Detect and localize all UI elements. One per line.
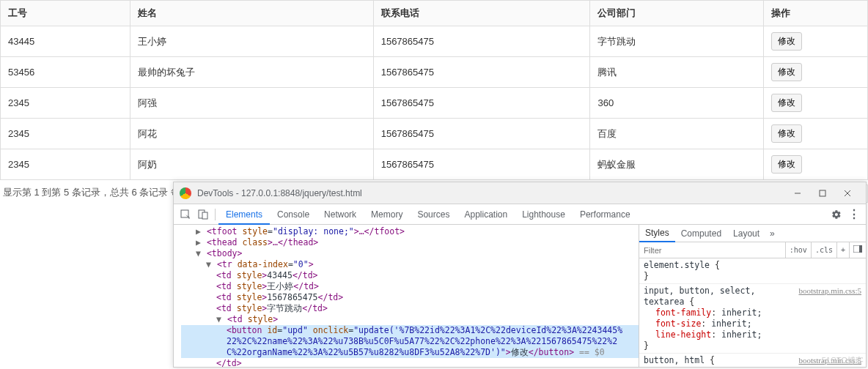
minimize-button[interactable] [785,188,810,198]
cell-id: 53456 [1,57,130,88]
cell-op: 修改 [764,119,868,149]
cell-op: 修改 [764,149,868,180]
cell-org: 百度 [590,119,764,149]
devtools-titlebar[interactable]: DevTools - 127.0.0.1:8848/jquery/test.ht… [174,182,866,204]
col-op[interactable]: 操作 [764,1,868,26]
svg-rect-1 [820,190,825,196]
cell-org: 字节跳动 [590,26,764,57]
edit-button[interactable]: 修改 [771,155,802,174]
col-id[interactable]: 工号 [1,1,130,26]
cell-op: 修改 [764,88,868,119]
tab-lighthouse[interactable]: Lighthouse [515,204,573,206]
tab-memory[interactable]: Memory [364,204,410,206]
cell-name: 王小婷 [130,26,373,57]
cell-name: 阿花 [130,119,373,149]
tab-elements[interactable]: Elements [218,204,270,206]
edit-button[interactable]: 修改 [771,32,802,51]
tab-performance[interactable]: Performance [573,204,638,206]
edit-button[interactable]: 修改 [771,94,802,112]
cell-phone: 1567865475 [373,57,590,88]
table-row: 53456最帅的坏兔子1567865475腾讯修改 [1,57,868,88]
cell-phone: 1567865475 [373,119,590,149]
table-row: 2345阿花1567865475百度修改 [1,119,868,149]
table-body: 43445王小婷1567865475字节跳动修改53456最帅的坏兔子15678… [1,26,868,180]
edit-button[interactable]: 修改 [771,124,802,143]
cell-phone: 1567865475 [373,26,590,57]
employee-table: 工号 姓名 联系电话 公司部门 操作 43445王小婷1567865475字节跳… [0,0,868,180]
devtools-tabbar: Elements Console Network Memory Sources … [174,204,866,205]
tab-network[interactable]: Network [317,204,364,206]
col-org[interactable]: 公司部门 [590,1,764,26]
chrome-icon [180,187,191,199]
cell-name: 阿强 [130,88,373,119]
cell-phone: 1567865475 [373,149,590,180]
tab-console[interactable]: Console [270,204,317,206]
table-header: 工号 姓名 联系电话 公司部门 操作 [1,1,868,26]
cell-name: 最帅的坏兔子 [130,57,373,88]
cell-org: 腾讯 [590,57,764,88]
cell-id: 43445 [1,26,130,57]
tab-sources[interactable]: Sources [410,204,457,206]
tab-application[interactable]: Application [457,204,515,206]
table-row: 43445王小婷1567865475字节跳动修改 [1,26,868,57]
cell-phone: 1567865475 [373,88,590,119]
close-button[interactable] [835,188,860,198]
pagination-info: 显示第 1 到第 5 条记录，总共 6 条记录 每 [3,187,180,198]
maximize-button[interactable] [810,188,835,198]
cell-id: 2345 [1,88,130,119]
cell-id: 2345 [1,119,130,149]
cell-name: 阿奶 [130,149,373,180]
cell-op: 修改 [764,26,868,57]
devtools-window: DevTools - 127.0.0.1:8848/jquery/test.ht… [173,182,867,205]
edit-button[interactable]: 修改 [771,63,802,81]
cell-op: 修改 [764,57,868,88]
table-row: 2345阿奶1567865475蚂蚁金服修改 [1,149,868,180]
cell-org: 蚂蚁金服 [590,149,764,180]
cell-id: 2345 [1,149,130,180]
devtools-title-text: DevTools - 127.0.0.1:8848/jquery/test.ht… [197,188,785,198]
table-row: 2345阿强1567865475360修改 [1,88,868,119]
cell-org: 360 [590,88,764,119]
col-phone[interactable]: 联系电话 [373,1,590,26]
col-name[interactable]: 姓名 [130,1,373,26]
